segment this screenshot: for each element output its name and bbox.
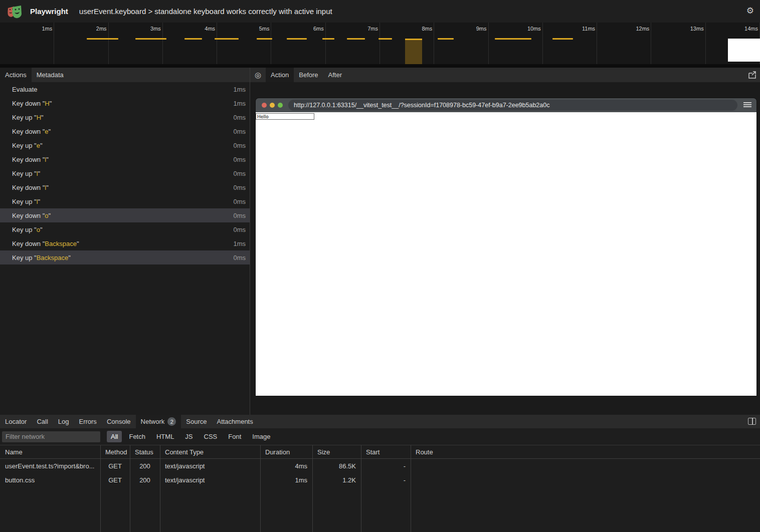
hello-text-input[interactable]: [256, 113, 314, 120]
request-cell: GET: [100, 476, 130, 484]
network-filter-chips: AllFetchHTMLJSCSSFontImage: [107, 431, 277, 442]
column-header-route[interactable]: Route: [411, 448, 760, 456]
bottom-tab-network[interactable]: Network2: [136, 415, 181, 428]
bottom-tab-label: Call: [37, 418, 48, 425]
action-list-item[interactable]: Key down "l"0ms: [0, 180, 250, 194]
action-list-item[interactable]: Key down "l"0ms: [0, 152, 250, 166]
resource-filter-chip-html[interactable]: HTML: [152, 431, 178, 442]
action-label: Key up "l": [12, 198, 40, 205]
bottom-tab-label: Source: [186, 418, 207, 425]
browser-window: http://127.0.0.1:63315/__vitest_test__/?…: [256, 98, 756, 396]
timeline-action-marker: [215, 38, 239, 40]
action-list-item[interactable]: Key up "Backspace"0ms: [0, 250, 250, 264]
request-cell: 1.2K: [312, 476, 361, 484]
resource-filter-chip-js[interactable]: JS: [181, 431, 197, 442]
action-list-item[interactable]: Key up "l"0ms: [0, 166, 250, 180]
column-header-duration[interactable]: Duration: [260, 448, 312, 456]
filter-network-input[interactable]: [2, 431, 100, 442]
action-label: Evaluate: [12, 86, 38, 93]
resource-filter-chip-css[interactable]: CSS: [200, 431, 222, 442]
request-cell: text/javascript: [160, 462, 260, 470]
traffic-light-red-icon: [262, 103, 267, 108]
column-header-content-type[interactable]: Content Type: [160, 448, 260, 456]
network-request-row[interactable]: button.cssGET200text/javascript1ms1.2K-: [0, 473, 760, 487]
action-duration: 0ms: [233, 198, 246, 205]
timeline-action-marker: [438, 38, 454, 40]
network-table-header-row: NameMethodStatusContent TypeDurationSize…: [0, 445, 760, 459]
action-list-item[interactable]: Key down "Backspace"1ms: [0, 236, 250, 250]
timeline-tick-label: 7ms: [367, 26, 378, 32]
bottom-tab-call[interactable]: Call: [32, 415, 53, 428]
tab-metadata[interactable]: Metadata: [32, 68, 69, 82]
bottom-tab-log[interactable]: Log: [53, 415, 74, 428]
bottom-tab-label: Attachments: [217, 418, 253, 425]
timeline-tick-label: 4ms: [205, 26, 215, 32]
bottom-panel: LocatorCallLogErrorsConsoleNetwork2Sourc…: [0, 415, 760, 532]
action-key-name: o: [45, 212, 48, 219]
action-list-item[interactable]: Key up "e"0ms: [0, 138, 250, 152]
action-list-item[interactable]: Key down "H"1ms: [0, 96, 250, 110]
action-duration: 0ms: [233, 170, 246, 177]
action-list-item[interactable]: Key up "o"0ms: [0, 222, 250, 236]
tab-action[interactable]: Action: [266, 68, 294, 82]
action-label: Key up "H": [12, 114, 44, 121]
column-header-size[interactable]: Size: [312, 448, 361, 456]
column-header-name[interactable]: Name: [0, 448, 100, 456]
pick-locator-target-icon[interactable]: ◎: [250, 68, 266, 82]
tab-after[interactable]: After: [323, 68, 347, 82]
toggle-layout-columns-icon[interactable]: [748, 418, 756, 425]
timeline-action-marker: [135, 38, 166, 40]
timeline-strip[interactable]: 1ms2ms3ms4ms5ms6ms7ms8ms9ms10ms11ms12ms1…: [0, 23, 760, 64]
network-request-row[interactable]: userEvent.test.ts?import&bro...GET200tex…: [0, 459, 760, 473]
bottom-tab-source[interactable]: Source: [181, 415, 212, 428]
timeline-action-marker: [184, 38, 202, 40]
bottom-tab-console[interactable]: Console: [102, 415, 136, 428]
timeline-segment: 6ms: [271, 23, 325, 64]
timeline-tick-label: 5ms: [259, 26, 270, 32]
traffic-light-yellow-icon: [270, 103, 275, 108]
timeline-segment: 13ms: [651, 23, 705, 64]
open-snapshot-popout-icon[interactable]: [748, 71, 756, 79]
bottom-tab-locator[interactable]: Locator: [0, 415, 32, 428]
action-list-item[interactable]: Key down "o"0ms: [0, 208, 250, 222]
tab-actions[interactable]: Actions: [0, 68, 32, 82]
timeline-filmstrip-thumbnail[interactable]: [728, 39, 760, 62]
action-label: Key up "o": [12, 226, 43, 233]
tab-before[interactable]: Before: [294, 68, 323, 82]
request-cell: 86.5K: [312, 462, 361, 470]
bottom-tab-attachments[interactable]: Attachments: [212, 415, 258, 428]
action-duration: 0ms: [233, 254, 246, 261]
column-header-method[interactable]: Method: [100, 448, 130, 456]
action-label: Key down "e": [12, 128, 51, 135]
timeline-tick-label: 3ms: [150, 26, 161, 32]
timeline-segment: 9ms: [434, 23, 488, 64]
action-list: Evaluate1msKey down "H"1msKey up "H"0msK…: [0, 82, 250, 415]
action-list-item[interactable]: Key up "l"0ms: [0, 194, 250, 208]
settings-gear-icon[interactable]: ⚙: [746, 7, 754, 16]
timeline-segment: 3ms: [109, 23, 163, 64]
action-list-item[interactable]: Key up "H"0ms: [0, 110, 250, 124]
resource-filter-chip-font[interactable]: Font: [224, 431, 245, 442]
timeline-tick-label: 14ms: [744, 26, 758, 32]
column-header-status[interactable]: Status: [130, 448, 160, 456]
timeline-action-marker: [378, 38, 392, 40]
request-cell: 200: [130, 462, 160, 470]
resource-filter-chip-all[interactable]: All: [107, 431, 122, 442]
network-table: NameMethodStatusContent TypeDurationSize…: [0, 445, 760, 532]
action-list-item[interactable]: Evaluate1ms: [0, 82, 250, 96]
bottom-tab-label: Network: [141, 418, 165, 425]
action-duration: 0ms: [233, 184, 246, 191]
timeline-action-marker: [495, 38, 531, 40]
action-duration: 0ms: [233, 226, 246, 233]
action-key-name: H: [45, 100, 49, 107]
column-header-start[interactable]: Start: [361, 448, 411, 456]
test-title: userEvent.keyboard > standalone keyboard…: [79, 7, 332, 16]
resource-filter-chip-image[interactable]: Image: [248, 431, 274, 442]
action-duration: 1ms: [233, 86, 246, 93]
actions-panel: Actions Metadata Evaluate1msKey down "H"…: [0, 68, 250, 415]
resource-filter-chip-fetch[interactable]: Fetch: [125, 431, 149, 442]
timeline-tick-label: 10ms: [527, 26, 541, 32]
bottom-tab-errors[interactable]: Errors: [74, 415, 101, 428]
top-bar: Playwright userEvent.keyboard > standalo…: [0, 0, 760, 23]
action-list-item[interactable]: Key down "e"0ms: [0, 124, 250, 138]
